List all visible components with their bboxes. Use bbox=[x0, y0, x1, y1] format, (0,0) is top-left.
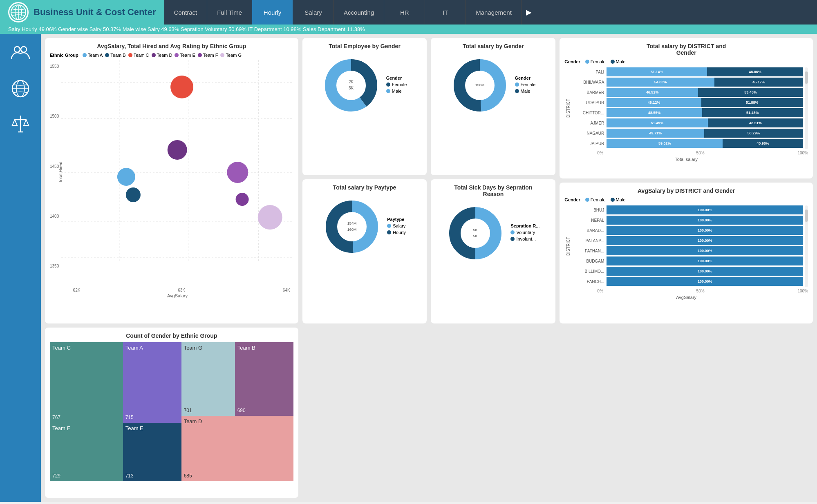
salary-gender-card: Total salary by Gender 156M Gender Femal… bbox=[431, 38, 555, 175]
sick-days-card: Total Sick Days by SeprationReason 5K 5K… bbox=[431, 179, 555, 323]
x-axis-labels-avg-salary: 0%50%100% bbox=[564, 289, 808, 293]
scrollbar-avg-salary[interactable] bbox=[805, 205, 808, 287]
svg-text:2K: 2K bbox=[349, 80, 354, 84]
logo-title: Business Unit & Cost Center bbox=[34, 7, 156, 18]
sidebar-icon-globe[interactable] bbox=[9, 77, 32, 100]
treemap-card: Count of Gender by Ethnic Group Team C76… bbox=[45, 328, 298, 498]
paytype-salary-title: Total salary by Paytype bbox=[307, 184, 422, 191]
scatter-svg bbox=[61, 60, 293, 285]
svg-point-5 bbox=[21, 47, 27, 52]
tab-hr[interactable]: HR bbox=[384, 0, 425, 25]
scatter-dot-team-e[interactable] bbox=[227, 162, 248, 183]
district-salary-title: Total salary by DISTRICT andGender bbox=[564, 43, 808, 56]
treemap-cell-teamg[interactable]: Team G701 bbox=[181, 342, 235, 416]
sidebar-icon-scales[interactable] bbox=[9, 112, 32, 135]
scatter-dot-team-g[interactable] bbox=[258, 205, 282, 230]
treemap-cell-teamb[interactable]: Team B690 bbox=[235, 342, 293, 416]
logo-area: Business Unit & Cost Center bbox=[0, 0, 164, 25]
x-axis-title-district-salary: Total salary bbox=[564, 157, 808, 162]
scatter-dot-team-a[interactable] bbox=[117, 168, 135, 186]
x-axis-title-avg-salary: AvgSalary bbox=[564, 295, 808, 300]
paytype-salary-card: Total salary by Paytype 154M 160M Paytyp… bbox=[302, 179, 427, 323]
legend-team-g: Team G bbox=[220, 53, 242, 58]
district-salary-bars: PALI51.14%48.86% BHILWARA54.83%45.17% BA… bbox=[574, 67, 803, 149]
y-axis-title-avg-district: DISTRICT bbox=[564, 205, 572, 287]
svg-text:160M: 160M bbox=[347, 227, 357, 232]
scatter-dot-team-f[interactable] bbox=[236, 193, 249, 206]
tab-fulltime[interactable]: Full Time bbox=[207, 0, 252, 25]
treemap-cell-teamf[interactable]: Team F729 bbox=[50, 423, 123, 481]
x-axis-labels: 62K63K64K bbox=[61, 288, 293, 292]
right-column: Total salary by DISTRICT andGender Gende… bbox=[560, 38, 813, 323]
scatter-dot-team-c[interactable] bbox=[170, 76, 193, 98]
treemap-cell-teama[interactable]: Team A715 bbox=[123, 342, 181, 423]
middle-second-row: Total salary by Paytype 154M 160M Paytyp… bbox=[302, 179, 556, 323]
treemap-cell-teamd[interactable]: Team D685 bbox=[181, 416, 293, 481]
treemap: Team C767 Team A715 Team G701 Team B690 … bbox=[50, 342, 293, 481]
tab-salary[interactable]: Salary bbox=[293, 0, 334, 25]
nav-tabs: Contract Full Time Hourly Salary Account… bbox=[164, 0, 817, 25]
sidebar-icon-users[interactable] bbox=[9, 42, 32, 65]
paytype-donut-container: 154M 160M Paytype Salary Hourly bbox=[307, 194, 422, 259]
district-salary-chart-container: DISTRICT PALI51.14%48.86% BHILWARA54.83%… bbox=[564, 67, 808, 149]
sick-days-legend: Sepration R... Voluntary Involunt... bbox=[510, 223, 539, 243]
svg-text:5K: 5K bbox=[473, 228, 478, 232]
legend-team-e: Team E bbox=[175, 53, 195, 58]
svg-text:154M: 154M bbox=[347, 221, 357, 225]
legend-team-b: Team B bbox=[105, 53, 125, 58]
employee-gender-title: Total Employee by Gender bbox=[307, 43, 422, 49]
avg-salary-district-card: AvgSalary by DISTRICT and Gender Gender … bbox=[560, 183, 813, 323]
x-axis-labels-district-salary: 0%50%100% bbox=[564, 151, 808, 155]
y-axis-title-district: DISTRICT bbox=[564, 67, 572, 149]
district-salary-gender-legend: Gender Female Male bbox=[564, 59, 808, 64]
employee-gender-legend: Gender Female Male bbox=[386, 76, 407, 95]
legend-team-d: Team D bbox=[152, 53, 172, 58]
x-axis-title: AvgSalary bbox=[61, 293, 293, 298]
paytype-donut: 154M 160M bbox=[323, 198, 381, 255]
salary-gender-donut: 156M bbox=[451, 57, 508, 114]
scatter-legend: Ethnic Group Team A Team B Team C Team D… bbox=[50, 53, 293, 58]
legend-team-f: Team F bbox=[198, 53, 218, 58]
y-axis-title: Total Hired bbox=[58, 162, 63, 183]
header: Business Unit & Cost Center Contract Ful… bbox=[0, 0, 817, 25]
tab-it[interactable]: IT bbox=[425, 0, 466, 25]
legend-team-c: Team C bbox=[128, 53, 149, 58]
treemap-cell-teamc[interactable]: Team C767 bbox=[50, 342, 123, 423]
sidebar bbox=[0, 34, 41, 502]
scatter-dot-team-b[interactable] bbox=[126, 187, 141, 202]
tab-management[interactable]: Management bbox=[466, 0, 522, 25]
scatter-chart-title: AvgSalary, Total Hired and Avg Rating by… bbox=[50, 43, 293, 49]
salary-gender-title: Total salary by Gender bbox=[436, 43, 551, 49]
treemap-title: Count of Gender by Ethnic Group bbox=[50, 332, 293, 339]
employee-gender-donut: 2K 3K bbox=[322, 57, 380, 114]
salary-gender-donut-container: 156M Gender Female Male bbox=[436, 53, 551, 118]
svg-text:5K: 5K bbox=[473, 234, 478, 238]
sick-days-donut-container: 5K 5K Sepration R... Voluntary Involunt.… bbox=[436, 201, 551, 266]
svg-text:3K: 3K bbox=[349, 86, 354, 90]
tab-contract[interactable]: Contract bbox=[164, 0, 208, 25]
avg-salary-district-bars: BHUJ100.00% NEPAL100.00% BARAD...100.00%… bbox=[574, 205, 803, 287]
scatter-svg-container: Total Hired bbox=[61, 60, 293, 285]
avg-salary-district-chart-container: DISTRICT BHUJ100.00% NEPAL100.00% BARAD.… bbox=[564, 205, 808, 287]
content-grid: AvgSalary, Total Hired and Avg Rating by… bbox=[41, 34, 817, 502]
scrollbar-district-salary[interactable] bbox=[805, 67, 808, 149]
treemap-container: Team C767 Team A715 Team G701 Team B690 … bbox=[50, 342, 293, 481]
employee-gender-card: Total Employee by Gender 2K 3K Gender Fe… bbox=[302, 38, 427, 175]
scatter-chart-card: AvgSalary, Total Hired and Avg Rating by… bbox=[45, 38, 298, 323]
sick-days-title: Total Sick Days by SeprationReason bbox=[436, 184, 551, 197]
ticker-bar: Salry Hourly 49.06% Gender wise Salry 50… bbox=[0, 25, 817, 34]
top-middle-row: Total Employee by Gender 2K 3K Gender Fe… bbox=[302, 38, 556, 175]
scatter-plot-area: 1550 1500 1450 1400 1350 Total Hired bbox=[50, 60, 293, 285]
avg-salary-gender-legend: Gender Female Male bbox=[564, 197, 808, 202]
tab-accounting[interactable]: Accounting bbox=[334, 0, 384, 25]
svg-text:156M: 156M bbox=[475, 83, 484, 87]
scatter-dot-team-d[interactable] bbox=[168, 140, 187, 160]
svg-point-4 bbox=[14, 47, 20, 52]
district-salary-card: Total salary by DISTRICT andGender Gende… bbox=[560, 38, 813, 178]
treemap-cell-teame[interactable]: Team E713 bbox=[123, 423, 181, 481]
nav-next-arrow[interactable]: ▶ bbox=[522, 0, 536, 25]
legend-team-a: Team A bbox=[83, 53, 103, 58]
avg-salary-district-title: AvgSalary by DISTRICT and Gender bbox=[564, 187, 808, 194]
tab-hourly[interactable]: Hourly bbox=[252, 0, 293, 25]
paytype-legend: Paytype Salary Hourly bbox=[387, 217, 406, 236]
